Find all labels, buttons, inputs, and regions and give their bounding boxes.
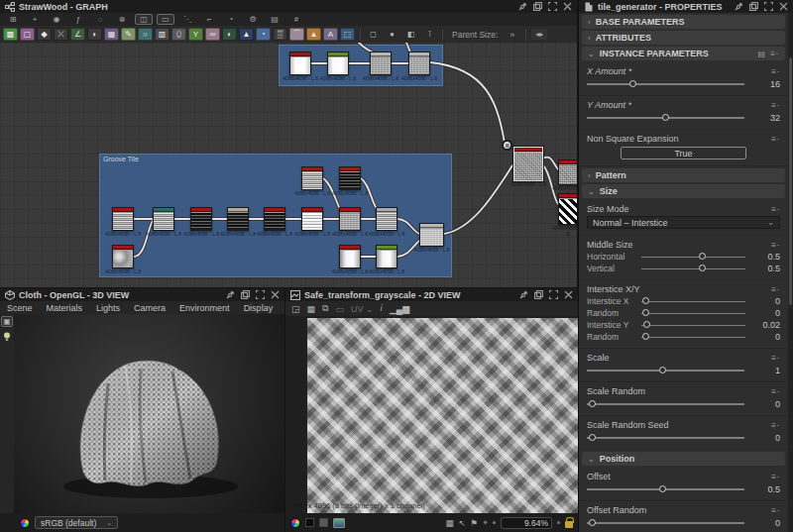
maximize-icon[interactable] — [256, 290, 265, 299]
pin-icon[interactable] — [518, 2, 527, 11]
graph-node[interactable]: 4096x4096 - L 8 — [153, 207, 174, 231]
timing-icon[interactable]: ◔ — [222, 14, 240, 25]
cylinder-node-icon[interactable]: ⬯ — [171, 28, 186, 41]
interstice-y-random-slider[interactable] — [641, 333, 745, 342]
link-node-icon[interactable]: ∞ — [205, 28, 220, 41]
parent-size-expand[interactable]: » — [504, 30, 520, 40]
offset-random-value[interactable]: 0 — [750, 518, 780, 528]
shuffle-node-icon[interactable]: ⤫ — [54, 28, 68, 41]
node-tile-generator[interactable]: 4096x4096 - L 8≣ — [513, 147, 543, 181]
section-base-parameters[interactable]: ›BASE PARAMETERS — [582, 15, 785, 29]
x-amount-slider[interactable] — [587, 79, 744, 88]
tools-icon[interactable]: ⚙ — [244, 14, 262, 25]
scale-random-seed-slider[interactable] — [587, 433, 744, 442]
screenshot-icon[interactable]: ◉ — [48, 14, 65, 25]
graph-node[interactable]: 4096x4096 - L 8 — [227, 207, 249, 231]
noise-node-icon[interactable]: ▒ — [273, 28, 287, 41]
shape-node-icon[interactable]: ○ — [138, 28, 153, 41]
graph-node[interactable]: 4096x4096 - L 8 — [112, 245, 134, 268]
graph-node[interactable]: 4096x4096 - L 8 — [190, 207, 212, 231]
float-window-icon[interactable] — [749, 2, 758, 11]
parameter-menu-icon[interactable]: ≡ — [771, 506, 780, 515]
svg-node-icon[interactable]: ▢ — [20, 28, 35, 41]
comment-icon[interactable]: ◻ — [366, 28, 381, 41]
dot-node-icon[interactable]: ● — [385, 28, 399, 41]
close-icon[interactable] — [271, 290, 280, 299]
view3d-viewport[interactable] — [14, 314, 284, 513]
parameter-menu-icon[interactable]: ≡ — [771, 67, 780, 76]
interstice-x-value[interactable]: 0 — [750, 296, 780, 306]
levels-node-icon[interactable]: ∠ — [70, 28, 85, 41]
cut-links-icon[interactable]: ⊗ — [113, 14, 131, 25]
parameter-menu-icon[interactable]: ≡ — [771, 387, 780, 396]
graph-node[interactable]: 4096x4096 - L 8 — [289, 52, 311, 75]
view3d-panel-header[interactable]: Cloth - OpenGL - 3D VIEW — [0, 288, 284, 301]
text-node-icon[interactable]: A — [323, 28, 338, 41]
maximize-icon[interactable] — [549, 290, 558, 299]
close-icon[interactable] — [564, 290, 573, 299]
menu-scene[interactable]: Scene — [0, 303, 40, 313]
close-icon[interactable] — [779, 2, 788, 11]
pin-icon[interactable] — [735, 2, 743, 11]
marquee-node-icon[interactable]: ⬚ — [340, 28, 355, 41]
section-position[interactable]: ⌄Position — [582, 452, 785, 466]
parameter-menu-icon[interactable]: ≡ — [771, 473, 780, 481]
graph-node[interactable]: 4096x4096 - L 8 — [339, 207, 361, 231]
interstice-y-value[interactable]: 0.02 — [750, 320, 780, 330]
scale-slider[interactable] — [587, 366, 744, 374]
lock-icon[interactable] — [565, 521, 573, 528]
size-mode-dropdown[interactable]: Normal – Interstice⌄ — [587, 216, 780, 229]
graph-node[interactable]: 4096x4096 - L 8 — [301, 166, 323, 190]
close-icon[interactable] — [563, 2, 572, 11]
graph-panel-header[interactable]: StrawWood - GRAPH — [0, 0, 577, 13]
horizontal-value[interactable]: 0.5 — [750, 252, 780, 262]
zoom-icon[interactable]: ◌ — [91, 14, 109, 25]
flag-icon[interactable]: ⚑ — [471, 518, 479, 528]
info-icon[interactable]: 𝑖 — [381, 303, 383, 314]
graph-node[interactable]: 4096x4096 - L 8 — [339, 166, 361, 190]
parameter-menu-icon[interactable]: ≡ — [771, 241, 780, 250]
uv-mode-dropdown[interactable]: UV ⌄ — [351, 304, 374, 314]
section-instance-parameters[interactable]: ⌄INSTANCE PARAMETERS▤≡ — [582, 47, 785, 60]
menu-camera[interactable]: Camera — [127, 303, 172, 313]
graph-node[interactable]: 4096x4096 - L 8 — [558, 193, 578, 225]
pixel-cursor-icon[interactable]: ↖ — [458, 518, 465, 528]
frame-all-icon[interactable]: ⊞ — [4, 14, 22, 25]
interstice-x-slider[interactable] — [641, 297, 745, 306]
offset-random-slider[interactable] — [587, 518, 744, 527]
parameter-menu-icon[interactable]: ≡ — [771, 101, 780, 110]
light-bulb-icon[interactable] — [1, 331, 13, 342]
pattern-node-icon[interactable]: ▦ — [104, 28, 119, 41]
float-window-icon[interactable] — [533, 2, 542, 11]
create-node-icon[interactable]: ◫ — [135, 14, 153, 25]
parameter-menu-icon[interactable]: ≡ — [771, 205, 780, 214]
export-icon[interactable]: ▤ — [266, 14, 283, 25]
properties-panel-header[interactable]: tile_generator - PROPERTIES — [579, 0, 793, 13]
vertical-value[interactable]: 0.5 — [750, 264, 780, 273]
dot-link-icon[interactable]: ⋱ — [178, 14, 196, 25]
parameter-menu-icon[interactable]: ≡ — [771, 421, 780, 430]
graph-node[interactable]: 4096x4096 - L 8 — [376, 207, 397, 231]
scrollbar-thumb[interactable] — [789, 57, 792, 305]
section-size[interactable]: ⌄Size — [582, 184, 785, 198]
x-amount-value[interactable]: 16 — [750, 79, 780, 89]
color-wheel-icon[interactable] — [20, 518, 30, 528]
section-attributes[interactable]: ›ATTRIBUTES — [582, 31, 785, 45]
preset-menu-icon[interactable]: ≡ — [770, 50, 779, 58]
float-window-icon[interactable] — [534, 290, 543, 299]
function-icon[interactable]: ƒ — [69, 14, 87, 25]
triangle-node-icon[interactable]: ▲ — [306, 28, 321, 41]
histogram-icon[interactable]: ▁▄▆ — [390, 304, 409, 314]
pencil-node-icon[interactable]: ✎ — [121, 28, 136, 41]
parameter-menu-icon[interactable]: ≡ — [771, 285, 780, 294]
pie-node-icon[interactable]: ◔ — [256, 28, 271, 41]
graph-node[interactable]: 4096x4096 - L 8 — [370, 52, 392, 75]
parameter-menu-icon[interactable]: ≡ — [771, 135, 780, 144]
pin-icon[interactable] — [226, 290, 235, 299]
node-wire[interactable] — [444, 165, 512, 234]
grid-color-swatch[interactable] — [319, 518, 328, 527]
graph-node[interactable]: 4096x4096 - L 8 — [419, 223, 444, 247]
grid-snap-icon[interactable]: # — [287, 14, 305, 25]
interstice-y-random-value[interactable]: 0 — [750, 332, 780, 342]
scale-random-seed-value[interactable]: 0 — [750, 433, 780, 443]
